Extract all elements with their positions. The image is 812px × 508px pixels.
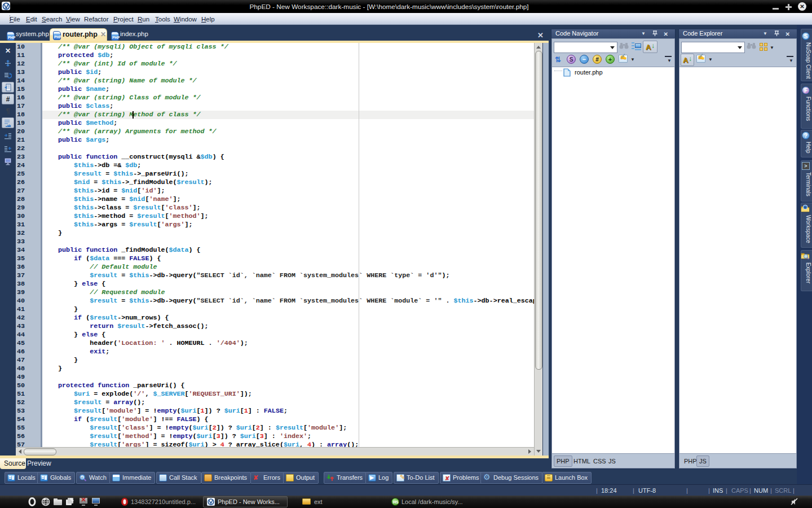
svg-text:id: id <box>81 476 83 479</box>
